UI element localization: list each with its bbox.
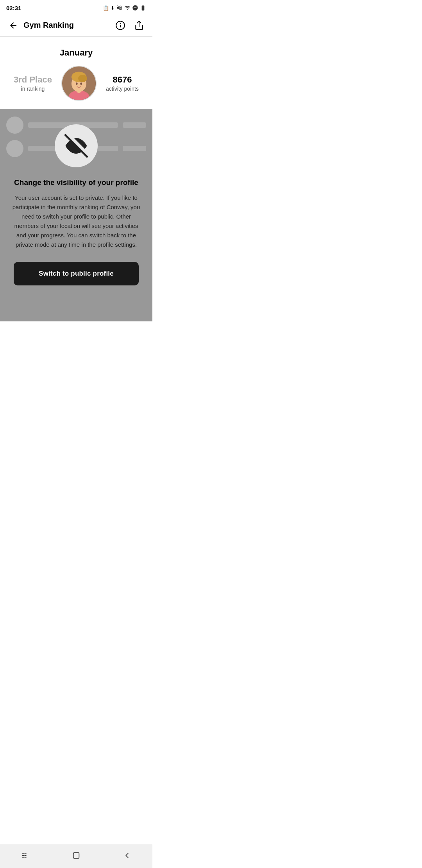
points-info: 8676 activity points bbox=[106, 75, 139, 92]
visibility-icon-container bbox=[55, 124, 98, 167]
user-avatar bbox=[61, 66, 97, 101]
ranking-section: January 3rd Place in ranking bbox=[0, 37, 152, 321]
mute-icon bbox=[116, 5, 123, 11]
nav-bar: Gym Ranking bbox=[0, 14, 152, 37]
nav-right bbox=[113, 18, 146, 32]
ranking-row: 3rd Place in ranking bbox=[0, 66, 152, 101]
page-title: Gym Ranking bbox=[23, 21, 74, 30]
svg-point-11 bbox=[80, 82, 82, 85]
battery-status-icon bbox=[140, 5, 146, 11]
svg-point-10 bbox=[76, 82, 78, 85]
month-section: January 3rd Place in ranking bbox=[0, 37, 152, 109]
overlay-section: Change the visibility of your profile Yo… bbox=[0, 109, 152, 321]
back-button[interactable] bbox=[6, 18, 20, 32]
switch-to-public-button[interactable]: Switch to public profile bbox=[14, 262, 139, 285]
svg-point-9 bbox=[78, 75, 87, 82]
modal-card: Change the visibility of your profile Yo… bbox=[0, 109, 152, 298]
modal-body: Your user account is set to private. If … bbox=[9, 193, 143, 249]
status-time: 02:31 bbox=[6, 5, 21, 11]
share-icon bbox=[134, 20, 144, 30]
modal-title: Change the visibility of your profile bbox=[14, 178, 138, 187]
info-button[interactable] bbox=[113, 18, 127, 32]
back-arrow-icon bbox=[9, 21, 18, 30]
info-icon bbox=[115, 20, 125, 30]
rank-info: 3rd Place in ranking bbox=[14, 75, 52, 92]
download-status-icon: ⬇ bbox=[111, 5, 115, 11]
share-button[interactable] bbox=[132, 18, 146, 32]
avatar-image bbox=[62, 66, 96, 101]
status-bar: 02:31 📋 ⬇ bbox=[0, 0, 152, 14]
status-icons: 📋 ⬇ bbox=[103, 5, 146, 11]
points-sublabel: activity points bbox=[106, 86, 139, 92]
no-status-icon bbox=[132, 5, 138, 11]
clipboard-status-icon: 📋 bbox=[103, 5, 109, 11]
rank-sublabel: in ranking bbox=[14, 86, 52, 92]
points-value: 8676 bbox=[106, 75, 139, 85]
rank-place: 3rd Place bbox=[14, 75, 52, 85]
month-label: January bbox=[0, 48, 152, 58]
hidden-eye-icon bbox=[64, 134, 88, 158]
wifi-status-icon bbox=[124, 5, 131, 11]
nav-left: Gym Ranking bbox=[6, 18, 74, 32]
